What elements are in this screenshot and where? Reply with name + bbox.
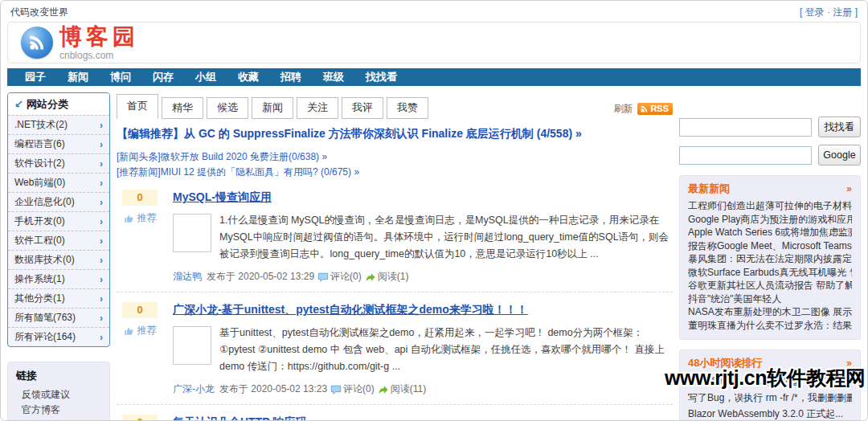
news-item-link[interactable]: 抖音"统治"美国年轻人 <box>688 292 852 306</box>
chevron-right-icon: › <box>100 120 103 131</box>
post-author-link[interactable]: 溜达鸭 <box>173 270 202 284</box>
nav-item[interactable]: 园子 <box>25 70 46 84</box>
post-author-avatar[interactable] <box>173 326 211 365</box>
post-entry: 基于unittest、pytest自动化测试框架之demo，赶紧用起来，一起学习… <box>173 325 673 375</box>
news-headline-link[interactable]: [新闻头条]微软开放 Build 2020 免费注册(0/638) » <box>117 149 673 165</box>
post-author-avatar[interactable] <box>173 214 211 252</box>
chevron-right-icon: › <box>100 313 103 324</box>
news-item-link[interactable]: 董明珠直播为什么卖不过罗永浩：结果意料之中 <box>688 319 852 333</box>
post-title-link[interactable]: 每天认识几个HTTP 响应码 <box>173 415 306 421</box>
sidebar-link[interactable]: 反馈或建议 <box>16 387 101 403</box>
news-item-link[interactable]: Google Play商店为预注册的游戏和应用提供自动... <box>688 213 852 227</box>
refresh-link[interactable]: 刷新 <box>613 102 633 116</box>
cnblogs-rss-logo-icon[interactable] <box>21 27 53 59</box>
news-item-link[interactable]: 谷歌更新其社区人员流动报告 帮助了解民众遵守封... <box>688 279 852 292</box>
sidebar-category-item[interactable]: 所有随笔(763) › <box>8 308 109 327</box>
nav-item[interactable]: 博问 <box>110 70 131 84</box>
category-label: 操作系统(1) <box>14 272 65 286</box>
post-views-link[interactable]: 阅读(11) <box>378 382 426 396</box>
ranking-item-link[interactable]: 写了Bug，误执行 rm -fr /*，我删删删删库了，... <box>688 390 852 406</box>
read-arrow-icon <box>365 272 376 283</box>
nav-item[interactable]: 新闻 <box>68 70 88 84</box>
tab-item[interactable]: 我赞 <box>387 97 428 119</box>
categories-header: ↙网站分类 <box>8 93 109 115</box>
editor-recommendation-link[interactable]: 【编辑推荐】从 GC 的 SuppressFinalize 方法带你深刻认识 F… <box>117 127 673 141</box>
diagonal-arrow-icon: ↙ <box>14 98 23 110</box>
post-comments-link[interactable]: 评论(0) <box>330 382 375 396</box>
nav-item[interactable]: 闪存 <box>153 70 174 84</box>
nav-item[interactable]: 班级 <box>323 70 344 84</box>
tab-item[interactable]: 首页 <box>117 94 158 119</box>
post-title-link[interactable]: 广深小龙-基于unittest、pytest自动化测试框架之demo来学习啦！！… <box>173 303 528 317</box>
nav-item[interactable]: 小组 <box>195 70 216 84</box>
news-item-link[interactable]: 报告称Google Meet、Microsoft Teams和WebEx... <box>688 239 852 253</box>
post-footer: 广深-小龙 发布于 2020-05-02 13:23 评论(0) <box>173 375 673 396</box>
post-comments-link[interactable]: 评论(0) <box>317 270 362 284</box>
tab-item[interactable]: 我评 <box>342 97 383 119</box>
tab-row-right: 刷新 RSS <box>613 102 673 119</box>
sidebar-category-item[interactable]: 软件设计(2) › <box>8 153 109 173</box>
post-summary: 基于unittest、pytest自动化测试框架之demo，赶紧用起来，一起学习… <box>219 327 665 372</box>
sidebar-category-item[interactable]: 企业信息化(0) › <box>8 192 109 211</box>
logo-text[interactable]: 博客园 cnblogs.com <box>59 26 139 60</box>
digg-button[interactable]: 推荐 <box>124 211 157 225</box>
rss-icon <box>640 104 649 113</box>
news-item-link[interactable]: 暴风集团：因无法在法定期限内披露定期报告 股票... <box>688 252 852 266</box>
thumb-up-icon <box>124 213 135 224</box>
sidebar-link[interactable]: 官方博客 <box>16 403 101 418</box>
sidebar-category-item[interactable]: Web前端(0) › <box>8 173 109 192</box>
sidebar-link[interactable]: 博客模板 <box>16 418 101 421</box>
news-item-link[interactable]: NASA发布重新处理的木卫二图像 展示令人迷惑的... <box>688 305 852 319</box>
sidebar-category-item[interactable]: 其他分类(1) › <box>8 288 109 308</box>
site-search-input[interactable] <box>679 118 812 137</box>
nav-item[interactable]: 找找看 <box>366 70 397 84</box>
latest-news-title: 最新新闻 <box>688 182 730 196</box>
post-vote-gutter: 0 推荐 <box>117 415 163 421</box>
chevron-right-icon: › <box>100 197 103 208</box>
chevron-right-icon: › <box>100 235 103 247</box>
comment-bubble-icon <box>317 272 329 283</box>
digg-count: 0 <box>122 190 158 206</box>
news-headline-link[interactable]: [推荐新闻]MIUI 12 提供的「隐私面具」有用吗? (0/675) » <box>117 165 673 180</box>
sidebar-category-item[interactable]: 所有评论(164) › <box>8 327 109 346</box>
post-author-link[interactable]: 广深-小龙 <box>173 382 215 396</box>
sidebar-category-item[interactable]: .NET技术(2) › <box>8 115 109 134</box>
findit-search-button[interactable]: 找找看 <box>818 116 861 137</box>
nav-item[interactable]: 招聘 <box>280 70 301 84</box>
google-search-input[interactable] <box>679 146 812 165</box>
watermark-text: www.rjtj.cn软件教程网 <box>665 365 865 391</box>
news-item-link[interactable]: Apple Watch Series 6或将增加焦虑监测和睡眠追... <box>688 226 852 239</box>
sidebar-category-item[interactable]: 手机开发(0) › <box>8 211 109 231</box>
tab-item[interactable]: 候选 <box>207 97 248 119</box>
tab-item[interactable]: 新闻 <box>252 97 293 119</box>
sidebar-category-item[interactable]: 编程语言(6) › <box>8 134 109 153</box>
tab-row: 首页 精华 候选 新闻 关注 我评 我赞 刷新 <box>117 94 673 119</box>
links-list: 反馈或建议 官方博客 博客模板 Java博客 C++博客 手机版 <box>16 387 101 421</box>
post-title-link[interactable]: MySQL-慢查询应用 <box>173 190 272 205</box>
ranking-item-link[interactable]: Blazor WebAssembly 3.2.0 正式起... <box>688 406 852 421</box>
login-register-link[interactable]: [ 登录 · 注册 ] <box>800 6 858 19</box>
post-footer: 溜达鸭 发布于 2020-05-02 13:29 评论(0) <box>173 263 673 284</box>
category-label: .NET技术(2) <box>14 118 68 132</box>
categories-list: .NET技术(2) › 编程语言(6) › 软件设计(2) › <box>8 115 109 346</box>
rss-badge[interactable]: RSS <box>637 103 673 115</box>
category-label: 软件设计(2) <box>14 157 65 170</box>
category-label: 数据库技术(0) <box>14 253 75 267</box>
top-bar: 代码改变世界 [ 登录 · 注册 ] <box>1 1 867 20</box>
sidebar-category-item[interactable]: 操作系统(1) › <box>8 269 109 288</box>
comments-label: 评论(0) <box>330 270 362 284</box>
tab-item[interactable]: 关注 <box>297 97 338 119</box>
news-item-link[interactable]: 工程师们创造出超薄可拉伸的电子材料 具有气体渗... <box>688 199 852 213</box>
sidebar-category-item[interactable]: 数据库技术(0) › <box>8 250 109 269</box>
sidebar-category-item[interactable]: 软件工程(0) › <box>8 231 109 250</box>
post-views-link[interactable]: 阅读(1) <box>365 270 409 284</box>
digg-count: 0 <box>122 302 158 318</box>
digg-button[interactable]: 推荐 <box>124 324 157 337</box>
post-summary: 1.什么是慢查询 MySQL的慢查询，全名是慢查询日志，是MySQL提供的一种日… <box>219 215 669 260</box>
more-arrow-icon[interactable]: » <box>846 183 852 194</box>
nav-item[interactable]: 收藏 <box>238 70 259 84</box>
tab-item[interactable]: 精华 <box>162 97 203 119</box>
google-search-button[interactable]: Google <box>818 145 861 166</box>
news-item-link[interactable]: 微软Surface Earbuds真无线耳机曝光 售价预计售... <box>688 266 852 280</box>
left-sidebar: ↙网站分类 .NET技术(2) › 编程语言(6) › <box>7 92 110 421</box>
